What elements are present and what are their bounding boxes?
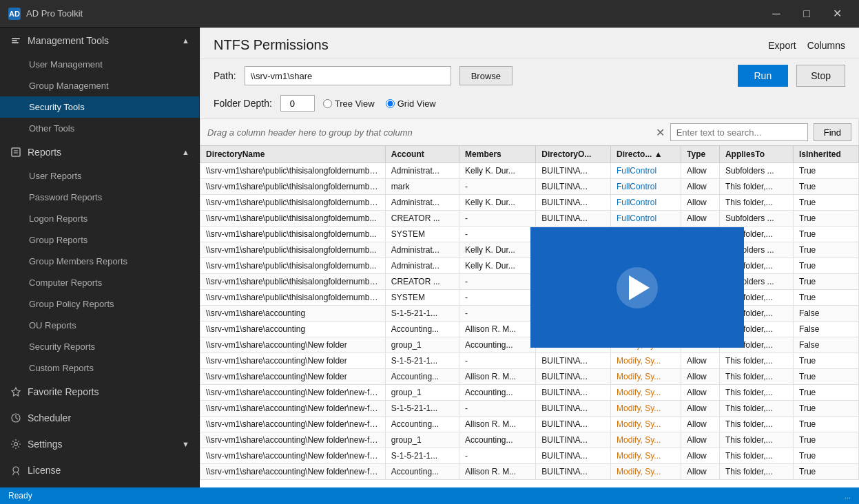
- table-row[interactable]: \\srv-vm1\share\public\thisisalongfolder…: [200, 274, 859, 290]
- cell-perm: FullControl: [611, 163, 681, 179]
- sidebar-item-group-reports[interactable]: Group Reports: [0, 229, 199, 251]
- folder-depth-input[interactable]: [280, 95, 315, 112]
- cell-perm: Modify, Sy...: [611, 369, 681, 385]
- cell-members: Allison R. M...: [459, 322, 536, 337]
- group-drop-label: Drag a column header here to group by th…: [207, 127, 650, 138]
- sidebar-item-group-management[interactable]: Group Management: [0, 75, 199, 96]
- table-row[interactable]: \\srv-vm1\share\public\thisisalongfolder…: [200, 211, 859, 227]
- license-icon: [10, 464, 22, 476]
- table-row[interactable]: \\srv-vm1\share\accounting\New folder\ne…: [200, 401, 859, 417]
- col-applies-to[interactable]: AppliesTo: [719, 146, 793, 163]
- sidebar-item-security-reports[interactable]: Security Reports: [0, 336, 199, 357]
- cell-inherited: True: [794, 163, 859, 179]
- cell-inherited: True: [794, 369, 859, 385]
- close-drop-button[interactable]: ✕: [656, 126, 665, 139]
- table-row[interactable]: \\srv-vm1\share\public\thisisalongfolder…: [200, 258, 859, 274]
- table-row[interactable]: \\srv-vm1\share\accounting Accounting...…: [200, 322, 859, 337]
- table-row[interactable]: \\srv-vm1\share\public\thisisalongfolder…: [200, 179, 859, 195]
- cell-applies: This folder,...: [719, 401, 793, 417]
- tree-view-radio[interactable]: [323, 99, 332, 108]
- table-row[interactable]: \\srv-vm1\share\accounting\New folder\ne…: [200, 385, 859, 401]
- cell-account: Administrat...: [385, 242, 459, 258]
- sidebar-item-security-tools[interactable]: Security Tools: [0, 96, 199, 118]
- cell-dir-owner: BUILTIN\A...: [536, 417, 611, 432]
- col-directo[interactable]: Directo... ▲: [611, 146, 681, 163]
- sidebar-group-scheduler[interactable]: Scheduler: [0, 405, 199, 431]
- run-button[interactable]: Run: [738, 65, 789, 87]
- table-row[interactable]: \\srv-vm1\share\public\thisisalongfolder…: [200, 290, 859, 306]
- sidebar-item-user-management[interactable]: User Management: [0, 54, 199, 75]
- table-row[interactable]: \\srv-vm1\share\public\thisisalongfolder…: [200, 227, 859, 242]
- management-tools-icon: [10, 34, 22, 47]
- maximize-button[interactable]: □: [793, 3, 820, 25]
- cell-type: Allow: [681, 290, 720, 306]
- table-row[interactable]: \\srv-vm1\share\public\thisisalongfolder…: [200, 163, 859, 179]
- data-table-wrapper[interactable]: DirectoryName Account Members DirectoryO…: [200, 145, 859, 487]
- cell-type: Allow: [681, 211, 720, 227]
- svg-rect-0: [12, 38, 20, 39]
- management-tools-chevron: ▲: [182, 36, 189, 45]
- cell-inherited: True: [794, 227, 859, 242]
- reports-label: Reports: [28, 147, 61, 158]
- cell-account: Administrat...: [385, 195, 459, 211]
- table-row[interactable]: \\srv-vm1\share\accounting\New folder gr…: [200, 337, 859, 353]
- cell-account: group_1: [385, 432, 459, 448]
- cell-dir-owner: BUILTIN\A...: [536, 163, 611, 179]
- minimize-button[interactable]: ─: [763, 3, 790, 25]
- path-label: Path:: [214, 70, 236, 81]
- col-account[interactable]: Account: [385, 146, 459, 163]
- sidebar-group-reports[interactable]: Reports ▲: [0, 139, 199, 165]
- close-button[interactable]: ✕: [823, 3, 851, 25]
- sidebar-group-favorite-reports[interactable]: Favorite Reports: [0, 379, 199, 405]
- window-controls: ─ □ ✕: [763, 3, 851, 25]
- table-row[interactable]: \\srv-vm1\share\accounting S-1-5-21-1...…: [200, 306, 859, 322]
- cell-dir-owner: BUILTIN\A...: [536, 195, 611, 211]
- search-input[interactable]: [670, 123, 808, 141]
- tree-view-radio-label[interactable]: Tree View: [323, 98, 375, 109]
- sidebar-item-group-members-reports[interactable]: Group Members Reports: [0, 251, 199, 272]
- grid-view-radio-label[interactable]: Grid View: [386, 98, 436, 109]
- sidebar-item-user-reports[interactable]: User Reports: [0, 165, 199, 187]
- path-input[interactable]: [245, 66, 451, 85]
- sidebar-item-custom-reports[interactable]: Custom Reports: [0, 357, 199, 379]
- sidebar-item-password-reports[interactable]: Password Reports: [0, 187, 199, 208]
- cell-dir-owner: BUILTIN\A...: [536, 242, 611, 258]
- sidebar-group-settings[interactable]: Settings ▼: [0, 431, 199, 457]
- cell-inherited: True: [794, 353, 859, 369]
- table-row[interactable]: \\srv-vm1\share\public\thisisalongfolder…: [200, 195, 859, 211]
- table-row[interactable]: \\srv-vm1\share\accounting\New folder S-…: [200, 353, 859, 369]
- cell-dir-owner: BUILTIN\A...: [536, 448, 611, 464]
- table-row[interactable]: \\srv-vm1\share\accounting\New folder\ne…: [200, 448, 859, 464]
- sidebar-item-group-policy-reports[interactable]: Group Policy Reports: [0, 293, 199, 315]
- cell-inherited: True: [794, 195, 859, 211]
- sidebar-group-management-tools[interactable]: Management Tools ▲: [0, 28, 199, 54]
- col-dir-name[interactable]: DirectoryName: [200, 146, 386, 163]
- cell-dir-owner: BUILTIN\A...: [536, 290, 611, 306]
- sidebar-item-computer-reports[interactable]: Computer Reports: [0, 272, 199, 293]
- col-members[interactable]: Members: [459, 146, 536, 163]
- grid-view-radio[interactable]: [386, 99, 395, 108]
- cell-dir-owner: BUILTIN\A...: [536, 274, 611, 290]
- cell-type: Allow: [681, 274, 720, 290]
- table-row[interactable]: \\srv-vm1\share\public\thisisalongfolder…: [200, 242, 859, 258]
- table-row[interactable]: \\srv-vm1\share\accounting\New folder\ne…: [200, 417, 859, 432]
- cell-account: S-1-5-21-1...: [385, 306, 459, 322]
- cell-dir: \\srv-vm1\share\accounting\New folder: [200, 369, 386, 385]
- table-row[interactable]: \\srv-vm1\share\accounting\New folder\ne…: [200, 432, 859, 448]
- find-button[interactable]: Find: [814, 123, 851, 141]
- sidebar-item-logon-reports[interactable]: Logon Reports: [0, 208, 199, 229]
- table-toolbar: Drag a column header here to group by th…: [200, 118, 859, 145]
- sidebar-item-other-tools[interactable]: Other Tools: [0, 118, 199, 139]
- cell-account: CREATOR ...: [385, 274, 459, 290]
- col-type[interactable]: Type: [681, 146, 720, 163]
- table-row[interactable]: \\srv-vm1\share\accounting\New folder\ne…: [200, 464, 859, 480]
- col-directory-owner[interactable]: DirectoryO...: [536, 146, 611, 163]
- columns-button[interactable]: Columns: [807, 40, 845, 51]
- stop-button[interactable]: Stop: [796, 65, 845, 87]
- col-is-inherited[interactable]: IsInherited: [794, 146, 859, 163]
- browse-button[interactable]: Browse: [459, 66, 513, 85]
- table-row[interactable]: \\srv-vm1\share\accounting\New folder Ac…: [200, 369, 859, 385]
- sidebar-item-ou-reports[interactable]: OU Reports: [0, 315, 199, 336]
- sidebar-group-license[interactable]: License: [0, 457, 199, 483]
- export-button[interactable]: Export: [768, 40, 796, 51]
